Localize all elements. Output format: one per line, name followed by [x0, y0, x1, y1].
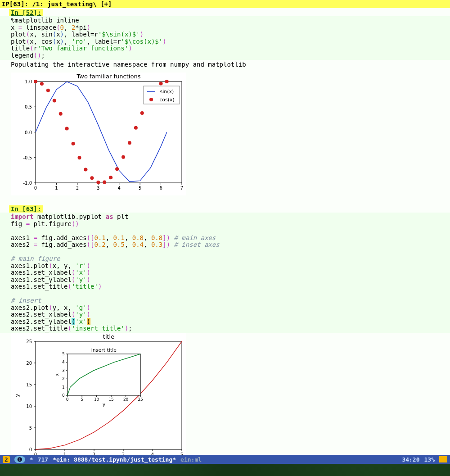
- svg-point-42: [122, 155, 125, 159]
- svg-text:6: 6: [159, 186, 162, 190]
- svg-point-39: [103, 181, 106, 184]
- svg-point-30: [46, 89, 50, 92]
- plot-output-1: 01234567-1.0-0.50.00.51.0Two familiar fu…: [11, 73, 186, 195]
- svg-text:1: 1: [55, 186, 58, 190]
- status-percent: 13%: [424, 456, 435, 463]
- svg-point-36: [84, 168, 87, 171]
- svg-text:0.5: 0.5: [25, 104, 32, 109]
- svg-text:sin(x): sin(x): [160, 89, 174, 95]
- svg-rect-83: [68, 354, 141, 395]
- svg-text:y: y: [103, 402, 105, 407]
- svg-point-44: [134, 126, 138, 130]
- svg-point-31: [53, 99, 56, 103]
- cell-output-1: Populating the interactive namespace fro…: [0, 60, 450, 69]
- svg-point-34: [72, 142, 75, 145]
- status-badge-1: 2: [3, 456, 10, 463]
- svg-point-37: [90, 176, 94, 180]
- cell-prompt-1: In [52]:: [9, 9, 43, 16]
- status-buffer-name: *ein: 8888/test.ipynb/just_testing*: [53, 456, 176, 463]
- svg-point-48: [159, 82, 163, 86]
- svg-point-28: [34, 80, 37, 83]
- svg-point-49: [165, 80, 169, 83]
- svg-text:15: 15: [108, 397, 113, 402]
- statusbar: 2 ❶ * 717 *ein: 8888/test.ipynb/just_tes…: [0, 455, 450, 464]
- editor-window: IP[63]: /1: just_testing\ [+] In [52]: %…: [0, 0, 450, 455]
- svg-text:-0.5: -0.5: [23, 155, 32, 160]
- svg-point-35: [78, 156, 81, 159]
- svg-text:1: 1: [62, 385, 65, 389]
- svg-text:4: 4: [62, 360, 65, 364]
- svg-point-33: [65, 127, 69, 131]
- svg-text:10: 10: [26, 404, 32, 409]
- svg-text:5: 5: [139, 186, 141, 190]
- svg-point-32: [59, 112, 63, 116]
- svg-text:-1.0: -1.0: [23, 181, 32, 186]
- cell-code-2[interactable]: import matplotlib.pyplot as plt fig = pl…: [0, 213, 450, 333]
- svg-text:5: 5: [81, 397, 83, 402]
- cell-prompt-2: In [63]:: [9, 205, 43, 213]
- svg-point-45: [140, 111, 144, 115]
- chart-two-familiar-functions: 01234567-1.0-0.50.00.51.0Two familiar fu…: [11, 73, 186, 194]
- svg-text:0: 0: [66, 397, 69, 402]
- svg-text:2: 2: [76, 186, 79, 190]
- svg-text:Two familiar functions: Two familiar functions: [76, 73, 141, 80]
- svg-point-40: [109, 176, 112, 179]
- svg-point-29: [40, 82, 44, 86]
- svg-point-38: [96, 181, 100, 184]
- svg-text:0: 0: [62, 393, 65, 398]
- svg-text:1.0: 1.0: [25, 79, 32, 84]
- svg-text:25: 25: [26, 339, 32, 344]
- svg-text:3: 3: [62, 368, 65, 372]
- svg-text:7: 7: [180, 186, 183, 190]
- svg-point-41: [115, 167, 119, 171]
- svg-text:25: 25: [138, 397, 143, 402]
- titlebar-text: IP[63]: /1: just_testing\ [+]: [2, 0, 112, 8]
- svg-text:20: 20: [123, 397, 129, 402]
- svg-text:title: title: [103, 333, 114, 340]
- svg-text:0: 0: [29, 447, 32, 452]
- status-badge-2: ❶: [14, 456, 25, 463]
- svg-text:0: 0: [34, 186, 37, 190]
- status-linecount: 717: [38, 456, 48, 463]
- plot-output-2: 0123450510152025titlexy0510152025012345i…: [11, 333, 186, 455]
- svg-text:0.0: 0.0: [25, 130, 32, 135]
- status-cursor-pos: 34:20: [402, 456, 419, 463]
- svg-text:5: 5: [62, 352, 65, 356]
- svg-point-53: [149, 98, 153, 101]
- svg-text:insert title: insert title: [91, 347, 117, 353]
- svg-text:20: 20: [26, 361, 32, 366]
- status-end-block: [439, 456, 447, 462]
- titlebar: IP[63]: /1: just_testing\ [+]: [0, 0, 450, 8]
- status-mode: ein:ml: [180, 456, 202, 463]
- status-modified-icon: *: [30, 456, 33, 463]
- svg-text:cos(x): cos(x): [159, 97, 175, 103]
- svg-text:10: 10: [94, 397, 99, 402]
- cell-code-1[interactable]: %matplotlib inline x = linspace(0, 2*pi)…: [0, 16, 450, 60]
- notebook-content[interactable]: In [52]: %matplotlib inline x = linspace…: [0, 8, 450, 455]
- svg-point-43: [128, 141, 131, 145]
- svg-text:y: y: [14, 394, 20, 397]
- svg-text:3: 3: [97, 186, 99, 190]
- svg-text:5: 5: [29, 426, 32, 431]
- svg-text:x: x: [54, 373, 59, 376]
- svg-text:15: 15: [26, 382, 32, 387]
- chart-title-with-inset: 0123450510152025titlexy0510152025012345i…: [11, 333, 186, 455]
- svg-text:4: 4: [118, 186, 121, 190]
- svg-text:2: 2: [62, 376, 65, 381]
